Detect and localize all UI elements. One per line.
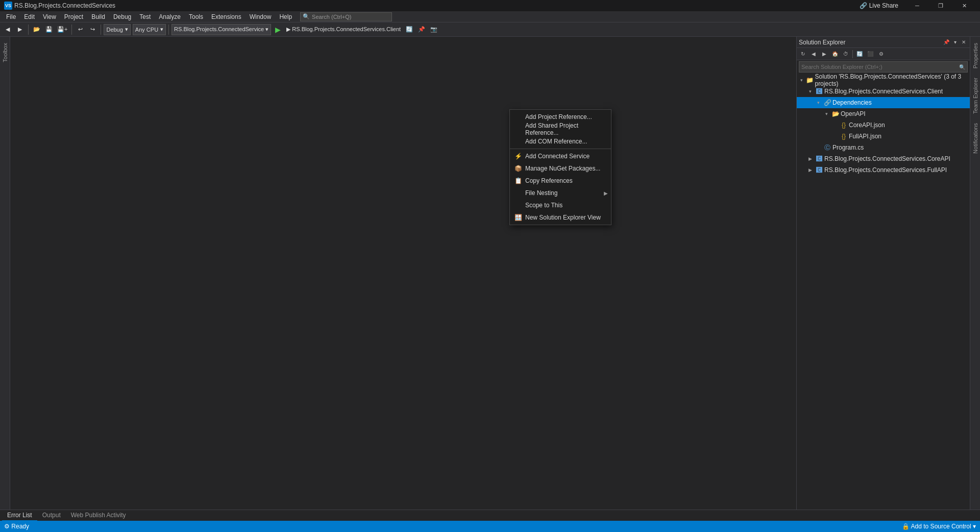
toolbar-pin-btn[interactable]: 📌 xyxy=(416,24,427,35)
menu-analyze[interactable]: Analyze xyxy=(155,11,185,22)
toolbar-sep2 xyxy=(71,25,72,35)
close-button[interactable]: ✕ xyxy=(952,0,976,11)
se-toolbar-collapse-btn[interactable]: ⬛ xyxy=(865,49,875,59)
ctx-add-com-reference-icon xyxy=(514,137,522,146)
toolbar-save-all-btn[interactable]: 💾+ xyxy=(56,24,69,35)
se-arrow-btn[interactable]: ▾ xyxy=(951,38,959,46)
se-pin-btn[interactable]: 📌 xyxy=(942,38,950,46)
menu-tools[interactable]: Tools xyxy=(185,11,207,22)
tree-fullapi-project[interactable]: ▶ 🅲 RS.Blog.Projects.ConnectedServices.F… xyxy=(797,164,970,176)
tree-coreapi-project-label: RS.Blog.Projects.ConnectedServices.CoreA… xyxy=(824,155,950,162)
bottom-tab-output[interactable]: Output xyxy=(37,510,66,521)
menu-debug[interactable]: Debug xyxy=(109,11,135,22)
tree-fullapi-json[interactable]: {} FullAPI.json xyxy=(797,131,970,142)
debug-config-dropdown[interactable]: Debug ▾ xyxy=(104,24,130,35)
bottom-tab-error-list[interactable]: Error List xyxy=(2,510,37,521)
toolbar-open-btn[interactable]: 📂 xyxy=(31,24,42,35)
se-toolbar-refresh-btn[interactable]: 🔄 xyxy=(854,49,865,59)
title-text: RS.Blog.Projects.ConnectedServices xyxy=(14,2,115,9)
toolbar-camera-btn[interactable]: 📷 xyxy=(428,24,439,35)
tree-dependencies[interactable]: ▾ 🔗 Dependencies xyxy=(797,97,970,108)
startup-project-label: RS.Blog.Projects.ConnectedService ▾ xyxy=(174,26,268,33)
team-explorer-tab[interactable]: Team Explorer xyxy=(971,74,979,118)
solution-explorer-panel: Solution Explorer 📌 ▾ ✕ ↻ ◀ ▶ 🏠 ⏱ 🔄 ⬛ ⚙ … xyxy=(796,37,970,510)
tree-coreapi-project-icon: 🅲 xyxy=(815,155,823,163)
toolbar-undo-btn[interactable]: ↩ xyxy=(75,24,86,35)
ctx-scope-to-this[interactable]: Scope to This xyxy=(510,199,611,211)
ctx-new-solution-explorer-view[interactable]: 🪟 New Solution Explorer View xyxy=(510,211,611,224)
platform-config-dropdown[interactable]: Any CPU ▾ xyxy=(133,24,166,35)
search-input[interactable] xyxy=(312,14,383,20)
ctx-file-nesting-icon xyxy=(514,189,522,197)
tree-fullapi-project-label: RS.Blog.Projects.ConnectedServices.FullA… xyxy=(824,166,947,174)
toolbar-start-btn[interactable]: ▶ xyxy=(272,24,283,35)
solution-explorer-search-input[interactable] xyxy=(801,64,959,70)
toolbar-back-btn[interactable]: ◀ xyxy=(2,24,13,35)
toolbar-fwd-btn[interactable]: ▶ xyxy=(14,24,26,35)
tree-client-label: RS.Blog.Projects.ConnectedServices.Clien… xyxy=(824,88,943,95)
tree-openapi-expand: ▾ xyxy=(822,110,830,118)
minimize-button[interactable]: ─ xyxy=(905,0,929,11)
search-box[interactable]: 🔍 xyxy=(300,12,392,21)
ctx-copy-references[interactable]: 📋 Copy References xyxy=(510,175,611,187)
toolbar-redo-btn[interactable]: ↪ xyxy=(87,24,98,35)
se-toolbar-pending-btn[interactable]: ⏱ xyxy=(841,49,851,59)
tree-dependencies-icon: 🔗 xyxy=(823,99,831,107)
toolbar-sep3 xyxy=(101,25,101,35)
menu-file[interactable]: File xyxy=(2,11,20,22)
ctx-add-shared-project-reference[interactable]: Add Shared Project Reference... xyxy=(510,123,611,135)
tree-client-icon: 🅲 xyxy=(815,87,823,95)
search-container[interactable]: 🔍 xyxy=(300,12,392,21)
notifications-tab[interactable]: Notifications xyxy=(971,119,979,158)
menu-help[interactable]: Help xyxy=(275,11,296,22)
menu-edit[interactable]: Edit xyxy=(20,11,39,22)
menu-extensions[interactable]: Extensions xyxy=(207,11,246,22)
status-source-control[interactable]: 🔒 Add to Source Control ▾ xyxy=(902,523,976,530)
se-toolbar-back-btn[interactable]: ◀ xyxy=(808,49,819,59)
platform-config-arrow: ▾ xyxy=(160,26,163,33)
debug-config-label: Debug xyxy=(106,27,122,33)
menu-project[interactable]: Project xyxy=(60,11,87,22)
properties-tab[interactable]: Properties xyxy=(971,39,979,72)
toolbar-refresh-btn[interactable]: 🔄 xyxy=(404,24,415,35)
ctx-file-nesting[interactable]: File Nesting ▶ xyxy=(510,187,611,199)
se-close-btn[interactable]: ✕ xyxy=(960,38,968,46)
se-toolbar-home-btn[interactable]: 🏠 xyxy=(830,49,840,59)
menu-test[interactable]: Test xyxy=(135,11,155,22)
toolbar-save-btn[interactable]: 💾 xyxy=(43,24,55,35)
se-toolbar-settings-btn[interactable]: ⚙ xyxy=(876,49,886,59)
title-bar-controls: ─ ❐ ✕ xyxy=(905,0,976,11)
tree-fullapi-json-expand xyxy=(830,132,839,140)
ctx-add-project-reference[interactable]: Add Project Reference... xyxy=(510,111,611,123)
work-area: Add Project Reference... Add Shared Proj… xyxy=(10,37,796,510)
ctx-new-solution-explorer-view-icon: 🪟 xyxy=(514,213,522,222)
ctx-add-com-reference[interactable]: Add COM Reference... xyxy=(510,135,611,148)
tree-program-cs[interactable]: Ⓒ Program.cs xyxy=(797,142,970,153)
solution-tree: ▾ 📁 Solution 'RS.Blog.Projects.Connected… xyxy=(797,74,970,510)
tree-coreapi-json-icon: {} xyxy=(840,121,848,129)
tree-openapi[interactable]: ▾ 📂 OpenAPI xyxy=(797,108,970,119)
menu-view[interactable]: View xyxy=(39,11,60,22)
restore-button[interactable]: ❐ xyxy=(929,0,952,11)
bottom-tab-web-publish[interactable]: Web Publish Activity xyxy=(66,510,131,521)
startup-project-dropdown[interactable]: RS.Blog.Projects.ConnectedService ▾ xyxy=(172,24,271,35)
live-share-area[interactable]: 🔗 Live Share xyxy=(860,0,898,11)
tree-fullapi-json-icon: {} xyxy=(840,132,848,140)
tree-coreapi-json[interactable]: {} CoreAPI.json xyxy=(797,119,970,131)
se-toolbar-sync-btn[interactable]: ↻ xyxy=(798,49,808,59)
tree-solution-expand: ▾ xyxy=(798,76,805,84)
solution-explorer-search[interactable]: 🔍 xyxy=(799,61,968,72)
tree-solution-root[interactable]: ▾ 📁 Solution 'RS.Blog.Projects.Connected… xyxy=(797,75,970,86)
tree-solution-label: Solution 'RS.Blog.Projects.ConnectedServ… xyxy=(815,74,970,87)
toolbox-tab[interactable]: Toolbox xyxy=(1,39,9,66)
live-share-label[interactable]: 🔗 Live Share xyxy=(860,2,898,9)
tree-coreapi-project[interactable]: ▶ 🅲 RS.Blog.Projects.ConnectedServices.C… xyxy=(797,153,970,164)
tree-client-project[interactable]: ▾ 🅲 RS.Blog.Projects.ConnectedServices.C… xyxy=(797,86,970,97)
tree-openapi-label: OpenAPI xyxy=(841,110,866,117)
ctx-add-connected-service[interactable]: ⚡ Add Connected Service xyxy=(510,150,611,162)
menu-build[interactable]: Build xyxy=(87,11,109,22)
se-toolbar-fwd-btn[interactable]: ▶ xyxy=(819,49,829,59)
menu-window[interactable]: Window xyxy=(246,11,276,22)
ctx-manage-nuget[interactable]: 📦 Manage NuGet Packages... xyxy=(510,162,611,175)
solution-explorer-header: Solution Explorer 📌 ▾ ✕ xyxy=(797,37,970,48)
